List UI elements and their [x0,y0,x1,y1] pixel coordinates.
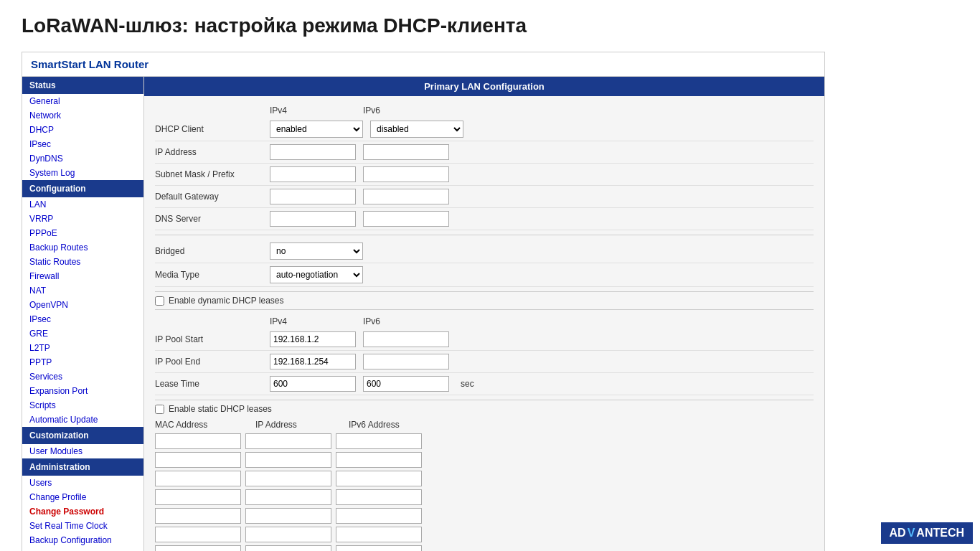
sidebar-item-user-modules[interactable]: User Modules [22,444,143,458]
dhcp-ipv4-select[interactable]: enabled disabled [270,121,363,138]
ipv6-address-col-header: IPv6 Address [349,420,442,430]
lease-ipv6-3[interactable] [336,489,422,505]
lease-ipv6-2[interactable] [336,471,422,486]
lease-mac-2[interactable] [155,471,241,486]
bridged-select[interactable]: no yes [270,242,363,260]
ip-address-ipv6[interactable] [363,144,449,160]
default-gateway-ipv6[interactable] [363,189,449,204]
lease-ipv6-6[interactable] [336,545,422,551]
lease-time-ipv4[interactable] [270,376,356,392]
enable-static-dhcp-checkbox[interactable] [155,405,164,414]
lease-mac-5[interactable] [155,527,241,542]
lease-mac-6[interactable] [155,545,241,551]
lease-time-row: Lease Time sec [155,373,814,395]
lease-mac-3[interactable] [155,489,241,505]
enable-dynamic-dhcp-label: Enable dynamic DHCP leases [169,296,284,306]
ip-pool-end-label: IP Pool End [155,357,270,367]
sidebar-item-set-real-time-clock[interactable]: Set Real Time Clock [22,519,143,533]
enable-dynamic-dhcp-checkbox[interactable] [155,296,164,306]
sidebar-item-services[interactable]: Services [22,369,143,384]
leases-col-headers: MAC Address IP Address IPv6 Address [155,418,814,432]
media-type-row: Media Type auto-negotiation 10Mbps half … [155,263,814,287]
sidebar-item-dhcp[interactable]: DHCP [22,123,143,137]
ipv6-column-header: IPv6 [363,105,456,116]
sidebar-item-l2tp[interactable]: L2TP [22,341,143,355]
sidebar-item-gre[interactable]: GRE [22,326,143,341]
lease-ipv6-4[interactable] [336,508,422,524]
lease-ip-1[interactable] [245,452,331,468]
default-gateway-ipv4[interactable] [270,189,356,204]
sidebar-section-administration: Administration [22,458,143,476]
logo-highlight: V [908,527,915,540]
ip-pool-end-ipv6[interactable] [363,354,449,369]
ip-pool-start-label: IP Pool Start [155,334,270,344]
sidebar-item-pppoe[interactable]: PPPoE [22,226,143,240]
sidebar-item-change-profile[interactable]: Change Profile [22,490,143,504]
pool-ipv4-header: IPv4 [270,316,363,326]
ip-address-col-header: IP Address [255,420,349,430]
sidebar-item-backup-routes[interactable]: Backup Routes [22,240,143,255]
ip-pool-end-ipv4[interactable] [270,354,356,369]
main-content: Primary LAN Configuration IPv4 IPv6 DHCP… [144,77,824,551]
sidebar-item-network[interactable]: Network [22,108,143,123]
sidebar-item-pptp[interactable]: PPTP [22,355,143,369]
lease-row-4 [155,507,814,525]
ip-pool-start-ipv4[interactable] [270,331,356,347]
ip-address-ipv4[interactable] [270,144,356,160]
bridged-label: Bridged [155,246,270,256]
sidebar-item-openvpn[interactable]: OpenVPN [22,298,143,312]
sidebar-item-vrrp[interactable]: VRRP [22,212,143,226]
sidebar-item-general[interactable]: General [22,94,143,108]
lease-ip-3[interactable] [245,489,331,505]
lease-row-2 [155,469,814,488]
sidebar-item-users[interactable]: Users [22,476,143,490]
ip-pool-end-row: IP Pool End [155,351,814,373]
sidebar-item-expansion-port[interactable]: Expansion Port [22,384,143,398]
enable-dynamic-dhcp-row: Enable dynamic DHCP leases [155,291,814,310]
lease-row-3 [155,488,814,507]
sidebar-item-nat[interactable]: NAT [22,283,143,298]
sidebar-item-firewall[interactable]: Firewall [22,269,143,283]
lease-mac-1[interactable] [155,452,241,468]
ip-pool-start-ipv6[interactable] [363,331,449,347]
media-type-select[interactable]: auto-negotiation 10Mbps half 10Mbps full… [270,266,363,283]
lease-ip-4[interactable] [245,508,331,524]
dns-server-row: DNS Server [155,208,814,230]
sidebar-item-system-log[interactable]: System Log [22,166,143,180]
lease-row-1 [155,451,814,469]
lease-ip-6[interactable] [245,545,331,551]
sidebar-item-automatic-update[interactable]: Automatic Update [22,413,143,427]
lease-time-ipv6[interactable] [363,376,449,392]
dhcp-ipv6-select[interactable]: disabled enabled [370,121,463,138]
ip-pool-start-row: IP Pool Start [155,329,814,351]
section-header: Primary LAN Configuration [144,77,824,96]
sidebar-item-ipsec[interactable]: IPsec [22,312,143,326]
subnet-mask-ipv6[interactable] [363,166,449,182]
sidebar-item-backup-configuration[interactable]: Backup Configuration [22,533,143,547]
lease-ipv6-5[interactable] [336,527,422,542]
dhcp-client-label: DHCP Client [155,124,270,134]
sidebar-item-static-routes[interactable]: Static Routes [22,255,143,269]
dhcp-client-row: DHCP Client enabled disabled disabled en… [155,118,814,141]
subnet-mask-label: Subnet Mask / Prefix [155,169,270,179]
lease-ip-5[interactable] [245,527,331,542]
dns-server-ipv6[interactable] [363,211,449,227]
dns-server-ipv4[interactable] [270,211,356,227]
sidebar-item-scripts[interactable]: Scripts [22,398,143,413]
sidebar-item-lan[interactable]: LAN [22,197,143,212]
lease-ipv6-0[interactable] [336,433,422,449]
sidebar-item-dyndns[interactable]: DynDNS [22,151,143,166]
lease-ip-2[interactable] [245,471,331,486]
logo-suffix: ANTECH [916,527,964,540]
advantech-logo: ADVANTECH [881,522,973,544]
sidebar-item-ipsec[interactable]: IPsec [22,137,143,151]
lease-ipv6-1[interactable] [336,452,422,468]
lease-row-0 [155,432,814,451]
ip-address-label: IP Address [155,147,270,157]
sidebar-item-change-password[interactable]: Change Password [22,504,143,519]
subnet-mask-ipv4[interactable] [270,166,356,182]
enable-static-dhcp-row: Enable static DHCP leases [155,400,814,418]
lease-mac-0[interactable] [155,433,241,449]
lease-mac-4[interactable] [155,508,241,524]
lease-ip-0[interactable] [245,433,331,449]
